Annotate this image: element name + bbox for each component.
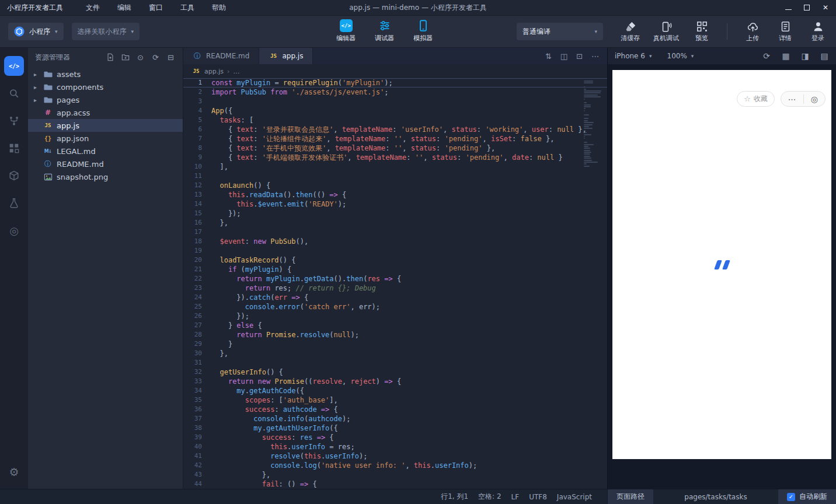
code-line-30[interactable]: 30 }, — [183, 349, 607, 358]
tree-folder-pages[interactable]: ▸pages — [28, 93, 183, 106]
tree-file-snapshot.png[interactable]: snapshot.png — [28, 170, 183, 183]
code-line-23[interactable]: 23 return res; // return {}; Debug — [183, 284, 607, 293]
code-line-16[interactable]: 16 }, — [183, 218, 607, 228]
split-editor-icon[interactable]: ◫ — [560, 52, 567, 61]
tree-folder-assets[interactable]: ▸assets — [28, 68, 183, 80]
panel-button[interactable]: ▤ — [820, 51, 829, 61]
menu-item-4[interactable]: 帮助 — [203, 0, 235, 15]
activity-search-button[interactable] — [4, 83, 24, 103]
code-line-7[interactable]: 7 { text: '让轮播组件动起来', templateName: '', … — [183, 134, 607, 144]
code-line-31[interactable]: 31 — [183, 358, 607, 368]
activity-flask-button[interactable] — [4, 193, 24, 213]
code-line-27[interactable]: 27 } else { — [183, 321, 607, 330]
code-line-25[interactable]: 25 console.error('catch err', err); — [183, 302, 607, 312]
more-actions-icon[interactable]: ⋯ — [591, 52, 599, 61]
code-line-33[interactable]: 33 return new Promise((resolve, reject) … — [183, 377, 607, 386]
code-line-8[interactable]: 8 { text: '在手机中预览效果', templateName: '', … — [183, 144, 607, 153]
code-line-9[interactable]: 9 { text: '手机端领取开发体验证书', templateName: '… — [183, 153, 607, 162]
code-line-44[interactable]: 44 fail: () => { — [183, 480, 607, 489]
code-line-28[interactable]: 28 return Promise.resolve(null); — [183, 330, 607, 340]
tab-README.md[interactable]: ⓘREADME.md — [183, 48, 259, 64]
code-line-3[interactable]: 3 — [183, 97, 607, 106]
indent-setting[interactable]: 空格: 2 — [478, 492, 501, 502]
language-mode[interactable]: JavaScript — [557, 493, 592, 501]
code-line-4[interactable]: 4App({ — [183, 106, 607, 116]
locate-button[interactable]: ⊙ — [135, 52, 145, 62]
new-folder-button[interactable] — [120, 52, 130, 62]
breadcrumb[interactable]: JS app.js › … — [183, 64, 607, 78]
code-line-40[interactable]: 40 this.userInfo = res; — [183, 442, 607, 452]
code-line-12[interactable]: 12 onLaunch() { — [183, 181, 607, 190]
maximize-button[interactable] — [803, 4, 810, 11]
clear-cache-button[interactable]: 清缓存 — [621, 21, 640, 43]
editor-view-button[interactable]: </>编辑器 — [332, 19, 361, 43]
menu-item-3[interactable]: 工具 — [172, 0, 203, 15]
favorite-button[interactable]: ☆ 收藏 — [737, 91, 775, 107]
activity-settings[interactable]: ⚙ — [4, 462, 24, 482]
code-line-24[interactable]: 24 }).catch(err => { — [183, 293, 607, 302]
refresh-button[interactable]: ⟳ — [762, 51, 771, 61]
code-editor[interactable]: 1const myPlugin = requirePlugin('myPlugi… — [183, 78, 607, 489]
zoom-dropdown[interactable]: 100% ▾ — [667, 52, 694, 60]
tree-file-app.js[interactable]: JSapp.js — [28, 119, 183, 132]
activity-plugins-button[interactable] — [4, 138, 24, 158]
debugger-view-button[interactable]: 调试器 — [370, 19, 399, 43]
code-line-11[interactable]: 11 — [183, 172, 607, 181]
sync-scroll-icon[interactable]: ⇅ — [545, 52, 552, 61]
more-menu-button[interactable]: ⋯ — [781, 94, 803, 104]
tree-file-README.md[interactable]: ⓘREADME.md — [28, 158, 183, 170]
upload-button[interactable]: 上传 — [743, 21, 762, 43]
code-line-2[interactable]: 2import PubSub from './assets/js/event.j… — [183, 88, 607, 97]
tree-file-LEGAL.md[interactable]: M↓LEGAL.md — [28, 145, 183, 158]
minimize-button[interactable] — [785, 4, 792, 11]
menu-item-1[interactable]: 编辑 — [109, 0, 140, 15]
code-line-35[interactable]: 35 scopes: ['auth_base'], — [183, 396, 607, 405]
relate-miniprogram-dropdown[interactable]: 选择关联小程序 ▾ — [72, 23, 140, 40]
code-line-15[interactable]: 15 }); — [183, 209, 607, 218]
minimap[interactable] — [584, 80, 602, 167]
menu-item-2[interactable]: 窗口 — [140, 0, 172, 15]
code-line-22[interactable]: 22 return myPlugin.getData().then(res =>… — [183, 274, 607, 284]
code-line-6[interactable]: 6 { text: '登录并获取会员信息', templateName: 'us… — [183, 125, 607, 134]
close-button[interactable]: ✕ — [822, 4, 829, 11]
code-line-18[interactable]: 18 $event: new PubSub(), — [183, 237, 607, 246]
real-device-debug-button[interactable]: 真机调试 — [653, 21, 679, 43]
tab-app.js[interactable]: JSapp.js — [259, 48, 313, 64]
refresh-button[interactable]: ⟳ — [151, 52, 161, 62]
code-line-34[interactable]: 34 my.getAuthCode({ — [183, 386, 607, 396]
code-line-26[interactable]: 26 }); — [183, 312, 607, 321]
compile-mode-dropdown[interactable]: 普通编译 ▾ — [517, 23, 603, 40]
menu-item-0[interactable]: 文件 — [77, 0, 109, 15]
code-line-5[interactable]: 5 tasks: [ — [183, 116, 607, 125]
code-line-36[interactable]: 36 success: authcode => { — [183, 405, 607, 414]
close-miniapp-button[interactable]: ◎ — [804, 94, 825, 104]
code-line-39[interactable]: 39 success: res => { — [183, 433, 607, 442]
project-type-dropdown[interactable]: 小程序 ▾ — [8, 23, 64, 40]
code-line-14[interactable]: 14 this.$event.emit('READY'); — [183, 200, 607, 209]
eol-type[interactable]: LF — [511, 493, 520, 501]
activity-package-button[interactable] — [4, 166, 24, 186]
code-line-32[interactable]: 32 getUserInfo() { — [183, 368, 607, 377]
activity-target-button[interactable]: ◎ — [4, 220, 24, 240]
page-path-button[interactable]: 页面路径 — [608, 489, 653, 504]
preview-button[interactable]: 预览 — [692, 21, 712, 43]
auto-refresh-toggle[interactable]: ✓ 自动刷新 — [778, 489, 836, 504]
code-line-17[interactable]: 17 — [183, 228, 607, 237]
details-button[interactable]: 详情 — [775, 21, 795, 43]
collapse-all-button[interactable]: ⊟ — [166, 52, 176, 62]
code-line-1[interactable]: 1const myPlugin = requirePlugin('myPlugi… — [183, 78, 607, 88]
open-preview-icon[interactable]: ⊡ — [576, 52, 583, 61]
code-line-43[interactable]: 43 }, — [183, 470, 607, 480]
code-line-41[interactable]: 41 resolve(this.userInfo); — [183, 452, 607, 461]
code-line-38[interactable]: 38 my.getAuthUserInfo({ — [183, 424, 607, 433]
activity-git-button[interactable] — [4, 111, 24, 131]
screenshot-button[interactable]: ◨ — [800, 51, 810, 61]
grid-button[interactable]: ▦ — [781, 51, 790, 61]
code-line-29[interactable]: 29 } — [183, 340, 607, 349]
code-line-42[interactable]: 42 console.log('native user info: ', thi… — [183, 461, 607, 470]
code-line-37[interactable]: 37 console.info(authcode); — [183, 414, 607, 424]
code-line-13[interactable]: 13 this.readData().then(() => { — [183, 190, 607, 200]
device-dropdown[interactable]: iPhone 6 ▾ — [615, 52, 652, 60]
login-button[interactable]: 登录 — [808, 21, 828, 43]
encoding[interactable]: UTF8 — [529, 493, 547, 501]
